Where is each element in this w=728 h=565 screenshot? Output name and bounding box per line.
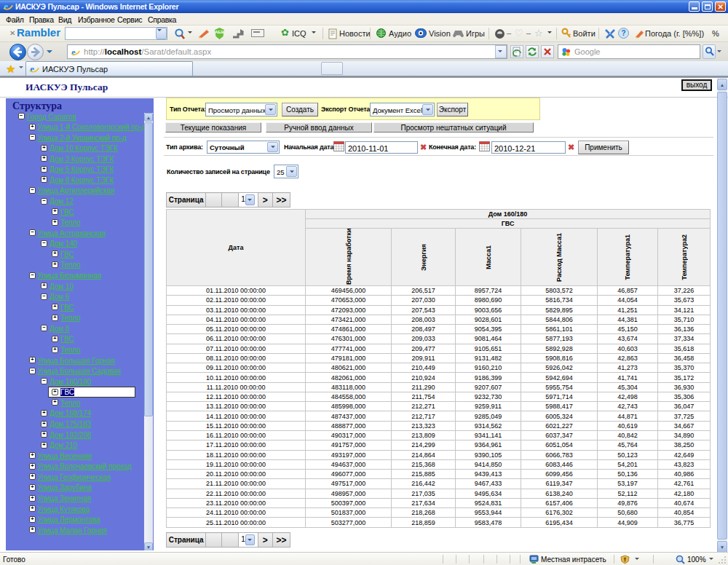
svg-text:e: e <box>30 64 34 74</box>
svg-text:e: e <box>4 1 8 12</box>
svg-text:e: e <box>71 47 76 57</box>
svg-text:АБВ: АБВ <box>215 30 225 34</box>
svg-text:?: ? <box>621 29 625 37</box>
